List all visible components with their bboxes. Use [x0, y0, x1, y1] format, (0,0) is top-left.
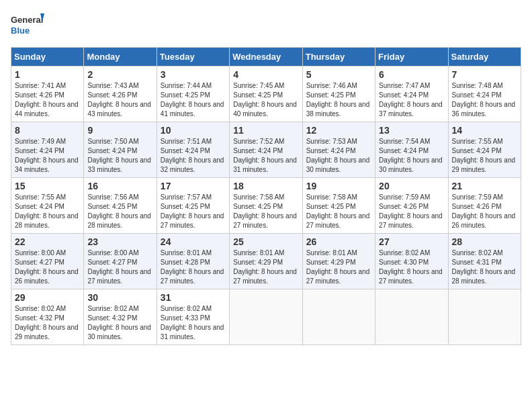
day-info: Sunrise: 8:01 AMSunset: 4:28 PMDaylight:… — [161, 248, 226, 286]
day-info: Sunrise: 7:49 AMSunset: 4:24 PMDaylight:… — [15, 137, 80, 175]
calendar-week-row: 22Sunrise: 8:00 AMSunset: 4:27 PMDayligh… — [11, 234, 521, 289]
svg-text:General: General — [11, 15, 43, 25]
calendar-body: 1Sunrise: 7:41 AMSunset: 4:26 PMDaylight… — [11, 66, 521, 345]
column-header-thursday: Thursday — [302, 48, 375, 66]
page-header: General Blue — [11, 11, 521, 39]
column-header-friday: Friday — [375, 48, 448, 66]
day-info: Sunrise: 8:00 AMSunset: 4:27 PMDaylight:… — [87, 248, 152, 286]
day-info: Sunrise: 7:53 AMSunset: 4:24 PMDaylight:… — [306, 137, 371, 175]
calendar-day-cell: 28Sunrise: 8:02 AMSunset: 4:31 PMDayligh… — [448, 234, 521, 289]
day-info: Sunrise: 7:48 AMSunset: 4:24 PMDaylight:… — [452, 81, 517, 119]
day-number: 3 — [161, 69, 226, 80]
day-info: Sunrise: 8:00 AMSunset: 4:27 PMDaylight:… — [15, 248, 80, 286]
svg-text:Blue: Blue — [11, 26, 30, 36]
calendar-day-cell: 1Sunrise: 7:41 AMSunset: 4:26 PMDaylight… — [11, 66, 84, 122]
calendar-day-cell: 10Sunrise: 7:51 AMSunset: 4:24 PMDayligh… — [157, 122, 229, 178]
calendar-week-row: 29Sunrise: 8:02 AMSunset: 4:32 PMDayligh… — [11, 289, 521, 345]
day-info: Sunrise: 7:55 AMSunset: 4:24 PMDaylight:… — [15, 193, 80, 230]
day-number: 21 — [452, 181, 517, 191]
calendar-day-cell: 8Sunrise: 7:49 AMSunset: 4:24 PMDaylight… — [11, 122, 84, 178]
day-number: 6 — [379, 69, 444, 80]
day-number: 16 — [87, 181, 152, 191]
empty-cell — [230, 289, 302, 345]
calendar-day-cell: 30Sunrise: 8:02 AMSunset: 4:32 PMDayligh… — [84, 289, 157, 345]
logo-svg: General Blue — [11, 11, 44, 39]
day-number: 31 — [161, 292, 226, 303]
day-number: 24 — [161, 236, 226, 247]
day-number: 25 — [233, 236, 298, 247]
day-number: 5 — [306, 69, 371, 80]
day-info: Sunrise: 7:59 AMSunset: 4:26 PMDaylight:… — [379, 193, 444, 230]
day-number: 7 — [452, 69, 517, 80]
calendar-day-cell: 2Sunrise: 7:43 AMSunset: 4:26 PMDaylight… — [84, 66, 157, 122]
calendar-day-cell: 18Sunrise: 7:58 AMSunset: 4:25 PMDayligh… — [230, 178, 302, 234]
calendar-day-cell: 24Sunrise: 8:01 AMSunset: 4:28 PMDayligh… — [157, 234, 229, 289]
empty-cell — [448, 289, 521, 345]
day-number: 19 — [306, 181, 371, 191]
calendar-day-cell: 7Sunrise: 7:48 AMSunset: 4:24 PMDaylight… — [448, 66, 521, 122]
day-number: 22 — [15, 236, 80, 247]
day-number: 26 — [306, 236, 371, 247]
day-info: Sunrise: 7:44 AMSunset: 4:25 PMDaylight:… — [161, 81, 226, 119]
calendar-week-row: 8Sunrise: 7:49 AMSunset: 4:24 PMDaylight… — [11, 122, 521, 178]
day-number: 8 — [15, 125, 80, 136]
day-number: 14 — [452, 125, 517, 136]
day-info: Sunrise: 7:51 AMSunset: 4:24 PMDaylight:… — [161, 137, 226, 175]
day-info: Sunrise: 7:58 AMSunset: 4:25 PMDaylight:… — [233, 193, 298, 230]
column-header-monday: Monday — [84, 48, 157, 66]
day-number: 11 — [233, 125, 298, 136]
calendar-table: SundayMondayTuesdayWednesdayThursdayFrid… — [11, 47, 521, 345]
calendar-day-cell: 5Sunrise: 7:46 AMSunset: 4:25 PMDaylight… — [302, 66, 375, 122]
day-number: 13 — [379, 125, 444, 136]
day-info: Sunrise: 7:41 AMSunset: 4:26 PMDaylight:… — [15, 81, 80, 119]
calendar-day-cell: 17Sunrise: 7:57 AMSunset: 4:25 PMDayligh… — [157, 178, 229, 234]
day-number: 1 — [15, 69, 80, 80]
day-number: 23 — [87, 236, 152, 247]
day-info: Sunrise: 7:45 AMSunset: 4:25 PMDaylight:… — [233, 81, 298, 119]
empty-cell — [302, 289, 375, 345]
day-info: Sunrise: 8:02 AMSunset: 4:32 PMDaylight:… — [87, 304, 152, 342]
day-info: Sunrise: 8:01 AMSunset: 4:29 PMDaylight:… — [306, 248, 371, 286]
day-info: Sunrise: 8:02 AMSunset: 4:30 PMDaylight:… — [379, 248, 444, 286]
calendar-day-cell: 3Sunrise: 7:44 AMSunset: 4:25 PMDaylight… — [157, 66, 229, 122]
day-number: 18 — [233, 181, 298, 191]
day-number: 20 — [379, 181, 444, 191]
empty-cell — [375, 289, 448, 345]
calendar-day-cell: 15Sunrise: 7:55 AMSunset: 4:24 PMDayligh… — [11, 178, 84, 234]
calendar-day-cell: 16Sunrise: 7:56 AMSunset: 4:25 PMDayligh… — [84, 178, 157, 234]
calendar-day-cell: 31Sunrise: 8:02 AMSunset: 4:33 PMDayligh… — [157, 289, 229, 345]
day-info: Sunrise: 7:56 AMSunset: 4:25 PMDaylight:… — [87, 193, 152, 230]
day-info: Sunrise: 8:02 AMSunset: 4:32 PMDaylight:… — [15, 304, 80, 342]
day-info: Sunrise: 8:02 AMSunset: 4:33 PMDaylight:… — [161, 304, 226, 342]
calendar-week-row: 15Sunrise: 7:55 AMSunset: 4:24 PMDayligh… — [11, 178, 521, 234]
calendar-day-cell: 21Sunrise: 7:59 AMSunset: 4:26 PMDayligh… — [448, 178, 521, 234]
day-number: 27 — [379, 236, 444, 247]
calendar-day-cell: 25Sunrise: 8:01 AMSunset: 4:29 PMDayligh… — [230, 234, 302, 289]
day-info: Sunrise: 7:47 AMSunset: 4:24 PMDaylight:… — [379, 81, 444, 119]
day-info: Sunrise: 7:43 AMSunset: 4:26 PMDaylight:… — [87, 81, 152, 119]
day-number: 10 — [161, 125, 226, 136]
calendar-header-row: SundayMondayTuesdayWednesdayThursdayFrid… — [11, 48, 521, 66]
calendar-day-cell: 4Sunrise: 7:45 AMSunset: 4:25 PMDaylight… — [230, 66, 302, 122]
day-info: Sunrise: 7:57 AMSunset: 4:25 PMDaylight:… — [161, 193, 226, 230]
calendar-day-cell: 14Sunrise: 7:55 AMSunset: 4:24 PMDayligh… — [448, 122, 521, 178]
day-number: 17 — [161, 181, 226, 191]
calendar-day-cell: 6Sunrise: 7:47 AMSunset: 4:24 PMDaylight… — [375, 66, 448, 122]
day-number: 9 — [87, 125, 152, 136]
calendar-day-cell: 13Sunrise: 7:54 AMSunset: 4:24 PMDayligh… — [375, 122, 448, 178]
calendar-day-cell: 29Sunrise: 8:02 AMSunset: 4:32 PMDayligh… — [11, 289, 84, 345]
column-header-sunday: Sunday — [11, 48, 84, 66]
calendar-day-cell: 12Sunrise: 7:53 AMSunset: 4:24 PMDayligh… — [302, 122, 375, 178]
logo: General Blue — [11, 11, 44, 39]
column-header-saturday: Saturday — [448, 48, 521, 66]
calendar-day-cell: 11Sunrise: 7:52 AMSunset: 4:24 PMDayligh… — [230, 122, 302, 178]
day-info: Sunrise: 7:52 AMSunset: 4:24 PMDaylight:… — [233, 137, 298, 175]
column-header-wednesday: Wednesday — [230, 48, 302, 66]
day-number: 4 — [233, 69, 298, 80]
day-info: Sunrise: 8:02 AMSunset: 4:31 PMDaylight:… — [452, 248, 517, 286]
day-info: Sunrise: 7:55 AMSunset: 4:24 PMDaylight:… — [452, 137, 517, 175]
day-number: 12 — [306, 125, 371, 136]
day-info: Sunrise: 8:01 AMSunset: 4:29 PMDaylight:… — [233, 248, 298, 286]
calendar-day-cell: 20Sunrise: 7:59 AMSunset: 4:26 PMDayligh… — [375, 178, 448, 234]
calendar-day-cell: 19Sunrise: 7:58 AMSunset: 4:25 PMDayligh… — [302, 178, 375, 234]
